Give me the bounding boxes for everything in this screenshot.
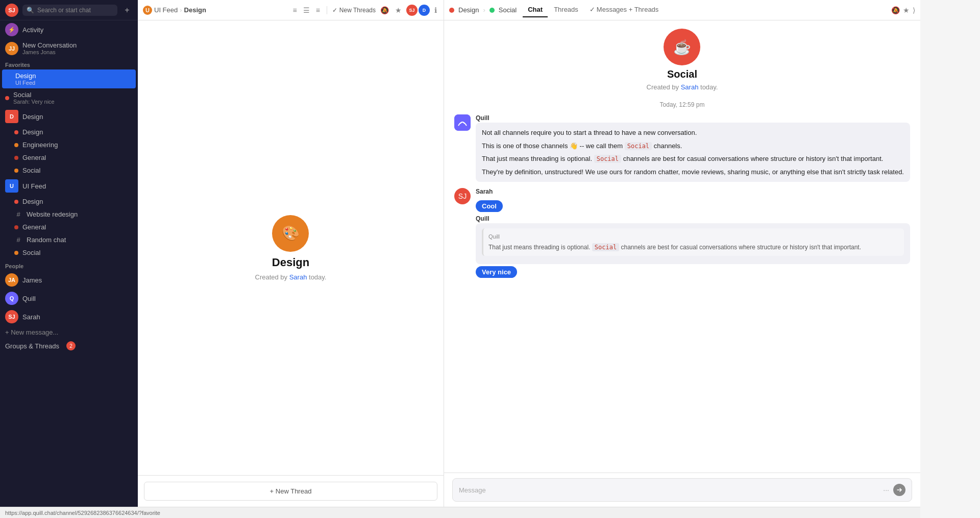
channel-general-dot [14, 156, 18, 160]
right-breadcrumb-channel: Social [499, 6, 517, 14]
quill-label: Quill [22, 295, 36, 302]
right-channel-sub: Created by Sarah today. [647, 83, 718, 91]
list-icon-3[interactable]: ≡ [314, 5, 322, 16]
quill-para-1: Not all channels require you to start a … [482, 128, 904, 138]
list-icon-2[interactable]: ☰ [302, 5, 311, 16]
sidebar-item-random-chat[interactable]: # Random chat [0, 233, 138, 246]
sidebar-item-new-message[interactable]: + New message... [0, 326, 138, 339]
verynice-reaction-button[interactable]: Very nice [476, 266, 517, 278]
social-dot [5, 96, 9, 100]
user-avatar[interactable]: SJ [5, 4, 18, 17]
sidebar-item-quill[interactable]: Q Quill [0, 289, 138, 308]
channel-icon: 🎨 [282, 225, 300, 242]
sidebar-item-design-workspace[interactable]: D Design [0, 107, 138, 126]
uifeed-workspace-label: UI Feed [22, 182, 46, 190]
sidebar-item-groups-threads[interactable]: Groups & Threads 2 [0, 339, 138, 353]
star-icon-middle[interactable]: ★ [394, 5, 403, 16]
channel-design-dot [14, 130, 18, 134]
list-icon-1[interactable]: ≡ [291, 5, 299, 16]
avatar-sj-middle: SJ [406, 5, 418, 16]
message-placeholder: Message [459, 486, 486, 494]
sidebar-item-sarah[interactable]: SJ Sarah [0, 308, 138, 326]
uifeed-general-label: General [22, 223, 46, 231]
channel-creator-link[interactable]: Sarah [289, 273, 307, 281]
new-message-label: + New message... [5, 328, 58, 336]
avatar-d-middle: D [419, 5, 430, 16]
new-conversation-text: New Conversation James Jonas [22, 41, 77, 55]
inline-code-social-2: Social [594, 155, 621, 163]
quill-sender-label: Quill [476, 114, 910, 122]
sidebar-item-channel-social[interactable]: Social [0, 164, 138, 177]
quill-msg-body: Quill Not all channels require you to st… [476, 114, 910, 182]
search-icon: 🔍 [27, 7, 34, 14]
bell-icon-right[interactable]: 🔕 [891, 6, 900, 14]
sidebar-header: SJ 🔍 Search or start chat + [0, 0, 138, 20]
right-creator-link[interactable]: Sarah [681, 83, 699, 91]
channel-general-label: General [22, 154, 46, 161]
channel-avatar-large: 🎨 [272, 215, 309, 252]
info-icon-middle[interactable]: ℹ [433, 5, 438, 16]
message-input-container[interactable]: Message ··· [452, 478, 912, 502]
design-dot [7, 77, 11, 81]
sidebar-item-social-favorite[interactable]: Social Sarah: Very nice [0, 88, 138, 107]
uifeed-workspace-avatar: U [5, 179, 18, 193]
right-header: Design › Social Chat Threads ✓Messages +… [444, 0, 920, 20]
tab-threads[interactable]: Threads [549, 3, 583, 17]
sidebar-item-uifeed-general[interactable]: General [0, 221, 138, 233]
sidebar-item-new-conversation[interactable]: JJ New Conversation James Jonas [0, 39, 138, 58]
sidebar-item-james[interactable]: JA James [0, 271, 138, 289]
inline-code-social-1: Social [625, 142, 652, 150]
quill-followup-sender: Quill [476, 215, 910, 222]
sidebar-item-uifeed-workspace[interactable]: U UI Feed [0, 177, 138, 195]
tab-chat[interactable]: Chat [523, 3, 548, 17]
send-icon[interactable] [893, 484, 905, 496]
right-icons: 🔕 ★ ⟩ [891, 6, 915, 14]
sidebar-item-channel-design[interactable]: Design [0, 126, 138, 138]
add-button[interactable]: + [121, 5, 133, 16]
sidebar-item-channel-general[interactable]: General [0, 151, 138, 164]
search-box[interactable]: 🔍 Search or start chat [22, 5, 117, 16]
website-redesign-label: Website redesign [27, 210, 78, 218]
expand-icon-right[interactable]: ⟩ [913, 6, 915, 14]
groups-threads-label: Groups & Threads [5, 342, 59, 350]
sarah-msg-avatar: SJ [454, 188, 471, 204]
quote-sender-label: Quill [488, 232, 899, 241]
breadcrumb-workspace: UI Feed [154, 6, 178, 14]
quill-msg-text: Not all channels require you to start a … [476, 123, 910, 182]
sidebar-item-website-redesign[interactable]: # Website redesign [0, 208, 138, 221]
more-icon[interactable]: ··· [883, 486, 889, 494]
sidebar-item-activity[interactable]: ⚡ Activity [0, 20, 138, 39]
channel-engineering-label: Engineering [22, 141, 58, 149]
right-workspace-dot [449, 8, 454, 13]
right-breadcrumb-sep: › [483, 6, 485, 14]
bell-icon-middle[interactable]: 🔕 [379, 5, 390, 16]
quill-followup-text: Quill That just means threading is optio… [476, 223, 910, 264]
middle-footer: + New Thread [138, 475, 444, 507]
sidebar-item-design-favorite[interactable]: Design UI Feed [2, 69, 136, 88]
sidebar-item-uifeed-design[interactable]: Design [0, 195, 138, 208]
uifeed-social-label: Social [22, 249, 40, 256]
tab-messages-threads[interactable]: ✓Messages + Threads [584, 3, 664, 17]
uifeed-design-label: Design [22, 198, 43, 205]
uifeed-design-dot [14, 200, 18, 204]
cool-reaction-button[interactable]: Cool [476, 200, 503, 212]
feed-icon: U [143, 6, 152, 15]
quill-msg-avatar [454, 114, 471, 131]
new-threads-button[interactable]: ✓ New Threads [332, 7, 376, 14]
hash-icon-random: # [14, 236, 22, 244]
timestamp-divider: Today, 12:59 pm [454, 101, 910, 108]
star-icon-right[interactable]: ★ [903, 6, 910, 14]
design-workspace-label: Design [22, 113, 43, 121]
search-placeholder: Search or start chat [37, 7, 91, 14]
right-channel-dot [489, 8, 495, 13]
random-chat-label: Random chat [27, 236, 66, 244]
sidebar-item-uifeed-social[interactable]: Social [0, 246, 138, 259]
sidebar-item-channel-engineering[interactable]: Engineering [0, 138, 138, 151]
quill-para-2: This is one of those channels 👋 -- we ca… [482, 141, 904, 151]
new-thread-button[interactable]: + New Thread [144, 482, 437, 501]
channel-design-label: Design [22, 128, 43, 136]
new-conversation-avatar: JJ [5, 42, 18, 55]
middle-content: 🎨 Design Created by Sarah today. [138, 20, 444, 475]
james-avatar: JA [5, 273, 18, 287]
design-workspace-avatar: D [5, 110, 18, 123]
